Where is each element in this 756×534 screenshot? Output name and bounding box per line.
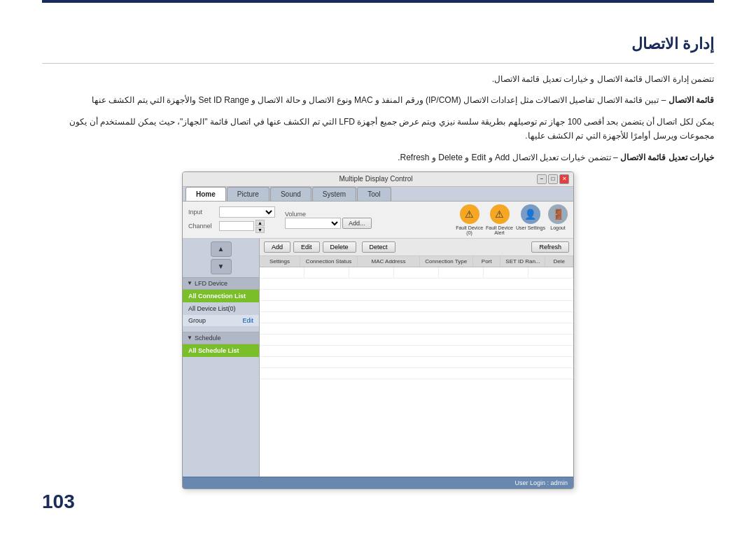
input-control: Input [188,206,275,218]
cell-setid-1 [484,267,528,278]
sidebar-item-all-device-list[interactable]: All Device List(0) [183,302,259,315]
screenshot-wrapper: Multiple Display Control − □ ✕ Home Pict… [42,171,714,489]
top-border [42,0,714,3]
group-label: Group [188,317,206,324]
channel-down[interactable]: ▼ [255,227,265,233]
page-title: إدارة الاتصال [42,35,714,53]
page-container: إدارة الاتصال تتضمن إدارة الاتصال قائمة … [0,0,756,534]
channel-input[interactable] [219,221,254,231]
titlebar-buttons: − □ ✕ [537,174,569,184]
fault-alert-icon: ⚠ [490,204,510,224]
nav-up-button[interactable]: ▲ [211,241,232,257]
app-window: Multiple Display Control − □ ✕ Home Pict… [182,171,574,489]
sidebar-item-all-schedule[interactable]: All Schedule List [183,344,259,357]
detect-btn[interactable]: Detect [362,241,396,253]
schedule-section-label: ▼ Schedule [183,332,259,344]
table-row [260,357,573,368]
app-content: Add Edit Delete Detect Refresh Settings … [260,239,573,477]
col-connection-status: Connection Status [300,256,358,267]
channel-arrows: ▲ ▼ [255,220,265,233]
fault-alert-icon-item: ⚠ Fault DeviceAlert [486,204,513,235]
connection-list-desc: – تبين قائمة الاتصال تفاصيل الاتصالات مث… [92,95,666,105]
tab-sound[interactable]: Sound [270,187,312,201]
add-button-toolbar[interactable]: Add... [342,218,372,229]
maximize-button[interactable]: □ [548,174,558,184]
input-select[interactable] [219,206,275,218]
sidebar-item-all-connection-list[interactable]: All Connection List [183,290,259,302]
cell-settings-1 [260,267,304,278]
user-settings-icon: 👤 [521,204,540,224]
col-port: Port [473,256,501,267]
app-statusbar: User Login : admin [183,477,573,489]
edit-options-desc: – تتضمن خيارات تعديل الاتصال Add و Edit … [398,153,617,162]
col-settings: Settings [260,256,300,267]
user-settings-icon-item[interactable]: 👤 User Settings [516,204,545,235]
table-body [260,267,573,477]
content-toolbar: Add Edit Delete Detect Refresh [260,239,573,256]
toolbar-input-section: Input Channel ▲ ▼ [188,206,275,233]
input-label: Input [188,209,216,216]
tab-system[interactable]: System [312,187,356,201]
col-delete: Dele [545,256,573,267]
minimize-button[interactable]: − [537,174,547,184]
statusbar-text: User Login : admin [514,479,568,486]
app-title: Multiple Display Control [215,175,537,183]
nav-down-button[interactable]: ▼ [211,259,232,274]
volume-label: Volume [285,211,372,218]
page-number: 103 [42,491,75,513]
connection-list-paragraph: قائمة الاتصال – تبين قائمة الاتصال تفاصي… [42,93,714,107]
tab-picture[interactable]: Picture [227,187,270,201]
logout-icon-item[interactable]: 🚪 Logout [548,204,568,235]
edit-options-label: خيارات تعديل قائمة الاتصال [620,153,714,162]
volume-controls: Add... [285,218,372,229]
volume-section: Volume Add... [285,211,372,229]
table-row [260,368,573,379]
channel-control: Channel ▲ ▼ [188,220,275,233]
col-mac-address: MAC Address [358,256,419,267]
table-row [260,323,573,335]
group-edit-button[interactable]: Edit [242,317,253,324]
edit-btn[interactable]: Edit [293,241,320,253]
logout-label: Logout [550,225,565,230]
app-sidebar: ▲ ▼ ▼ LFD Device All Connection List All… [183,239,260,477]
user-settings-label: User Settings [516,225,545,230]
delete-btn[interactable]: Delete [323,241,356,253]
para2: يمكن لكل اتصال أن يتضمن بحد أقصى 100 جها… [42,115,714,143]
cell-del-1 [528,267,573,278]
table-row [260,279,573,290]
channel-stepper: ▲ ▼ [219,220,265,233]
close-button[interactable]: ✕ [559,174,569,184]
app-toolbar: Input Channel ▲ ▼ [183,202,573,239]
fault-device-label: Fault Device(0) [456,225,483,235]
intro-paragraph: تتضمن إدارة الاتصال قائمة الاتصال و خيار… [42,72,714,86]
refresh-btn[interactable]: Refresh [531,241,569,253]
table-header: Settings Connection Status MAC Address C… [260,256,573,267]
col-connection-type: Connection Type [420,256,473,267]
lfd-device-section: ▼ LFD Device [183,277,259,290]
schedule-arrow-icon: ▼ [187,335,192,341]
table-row [260,267,573,279]
col-set-id-range: SET ID Ran... [500,256,545,267]
sidebar-item-group: Group Edit [183,315,259,326]
table-row [260,301,573,312]
fault-device-icon-item: ⚠ Fault Device(0) [456,204,483,235]
fault-alert-label: Fault DeviceAlert [486,225,513,235]
app-tabs: Home Picture Sound System Tool [183,187,573,202]
app-main: ▲ ▼ ▼ LFD Device All Connection List All… [183,239,573,477]
channel-up[interactable]: ▲ [255,220,265,226]
channel-label: Channel [188,223,216,230]
cell-mac-1 [349,267,394,278]
volume-select[interactable] [285,218,341,229]
table-row [260,290,573,301]
cell-conn-status-1 [304,267,349,278]
add-btn[interactable]: Add [264,241,290,253]
tab-home[interactable]: Home [186,187,226,201]
logout-icon: 🚪 [548,204,568,224]
app-titlebar: Multiple Display Control − □ ✕ [183,172,573,187]
toolbar-icon-group: ⚠ Fault Device(0) ⚠ Fault DeviceAlert 👤 … [456,204,568,235]
tab-tool[interactable]: Tool [357,187,391,201]
lfd-section-label: LFD Device [195,280,227,287]
cell-port-1 [439,267,484,278]
cell-conn-type-1 [394,267,439,278]
table-row [260,312,573,323]
